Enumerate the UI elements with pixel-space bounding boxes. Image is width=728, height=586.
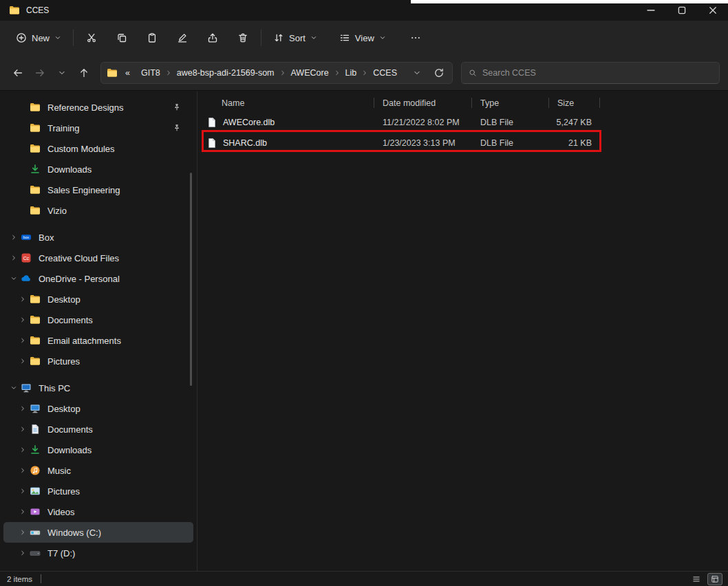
sidebar-item-desktop[interactable]: Desktop [3,398,193,419]
rename-button[interactable] [170,28,195,48]
chevron-right-icon[interactable] [8,234,19,241]
chevron-right-icon[interactable] [17,529,28,536]
copy-icon [116,32,127,43]
sidebar-item-label: Documents [47,424,193,435]
list-view-icon [692,575,700,583]
search-box[interactable] [461,62,720,84]
folder-icon [28,205,42,216]
column-header-name[interactable]: Name [198,94,374,112]
chevron-right-icon[interactable] [17,446,28,453]
sidebar-item-email-attachments[interactable]: Email attachments [3,330,193,351]
sidebar-item-music[interactable]: Music [3,460,193,481]
breadcrumb-chevron-icon[interactable] [334,69,341,76]
chevron-right-icon[interactable] [17,405,28,412]
search-input[interactable] [482,68,712,78]
delete-button[interactable] [231,28,255,48]
sort-button[interactable]: Sort [267,28,323,48]
sidebar-item-t7-d[interactable]: T7 (D:) [3,543,193,563]
chevron-right-icon[interactable] [17,426,28,433]
sidebar-item-label: Custom Modules [47,144,193,154]
breadcrumb-chevron-icon[interactable] [361,69,368,76]
chevron-right-icon[interactable] [17,508,28,515]
view-button[interactable]: View [333,28,392,48]
sort-icon [273,32,284,43]
new-button[interactable]: New [10,28,67,48]
back-button[interactable] [8,63,28,83]
search-icon [469,69,477,77]
chevron-down-icon[interactable] [8,275,19,282]
sidebar-item-training[interactable]: Training [3,118,193,138]
sidebar-item-creative-cloud-files[interactable]: CcCreative Cloud Files [3,248,193,268]
chevron-right-icon[interactable] [17,296,28,303]
breadcrumb-chevron-icon[interactable] [279,69,286,76]
file-row-awecore-dlb[interactable]: AWECore.dlb11/21/2022 8:02 PMDLB File5,2… [198,112,728,133]
recent-locations-button[interactable] [52,63,72,83]
sidebar-item-documents[interactable]: Documents [3,419,193,440]
delete-icon [237,32,248,43]
breadcrumb: GIT8awe8-bsp-adi-21569-somAWECoreLibCCES [138,66,405,80]
sidebar-item-downloads[interactable]: Downloads [3,159,193,180]
file-icon [206,117,217,128]
chevron-right-icon[interactable] [17,467,28,474]
sidebar-item-label: OneDrive - Personal [39,274,193,284]
pin-icon [170,124,184,132]
column-header-type[interactable]: Type [472,94,549,112]
svg-text:box: box [23,235,30,239]
breadcrumb-segment[interactable]: CCES [370,66,400,80]
sidebar-item-downloads[interactable]: Downloads [3,440,193,460]
chevron-right-icon[interactable] [17,358,28,365]
download-icon [28,164,42,175]
sidebar-item-vizio[interactable]: Vizio [3,200,193,221]
sidebar-item-box[interactable]: boxBox [3,227,193,248]
breadcrumb-segment[interactable]: GIT8 [138,66,164,80]
sidebar-item-sales-engineering[interactable]: Sales Engineering [3,180,193,200]
more-options-button[interactable] [403,28,428,48]
chevron-down-icon [413,69,421,77]
chevron-right-icon[interactable] [17,550,28,556]
column-header-size[interactable]: Size [549,94,600,112]
paste-button[interactable] [140,28,164,48]
details-view-toggle[interactable] [707,573,722,585]
address-dropdown-button[interactable] [409,65,425,80]
cut-button[interactable] [79,28,104,48]
sidebar-scrollbar[interactable] [190,173,192,386]
minimize-icon [645,5,656,16]
chevron-right-icon[interactable] [17,488,28,495]
file-row-sharc-dlb[interactable]: SHARC.dlb1/23/2023 3:13 PMDLB File21 KB [198,133,728,153]
list-view-toggle[interactable] [689,573,704,585]
chevron-down-icon [58,69,66,77]
chevron-right-icon[interactable] [17,316,28,323]
breadcrumb-collapse[interactable]: « [122,66,133,80]
breadcrumb-segment[interactable]: Lib [342,66,361,80]
sidebar-item-videos[interactable]: Videos [3,501,193,522]
sidebar-item-pictures[interactable]: Pictures [3,351,193,371]
sidebar-item-this-pc[interactable]: This PC [3,378,193,398]
sidebar-item-label: Videos [47,507,193,517]
copy-button[interactable] [109,28,134,48]
sidebar-item-label: Sales Engineering [47,185,193,195]
sidebar-item-pictures[interactable]: Pictures [3,481,193,501]
sidebar-item-reference-designs[interactable]: Reference Designs [3,97,193,118]
breadcrumb-segment[interactable]: AWECore [288,66,332,80]
sidebar-item-desktop[interactable]: Desktop [3,289,193,310]
breadcrumb-segment[interactable]: awe8-bsp-adi-21569-som [173,66,278,80]
up-button[interactable] [74,63,94,83]
sidebar-item-documents[interactable]: Documents [3,310,193,330]
chevron-right-icon[interactable] [8,254,19,261]
videos-icon [28,506,42,517]
chevron-right-icon[interactable] [17,337,28,344]
chevron-down-icon[interactable] [8,384,19,391]
address-bar[interactable]: « GIT8awe8-bsp-adi-21569-somAWECoreLibCC… [100,62,453,84]
breadcrumb-chevron-icon[interactable] [165,69,172,76]
sidebar-item-label: Box [39,232,193,243]
column-header-date-modified[interactable]: Date modified [374,94,472,112]
share-button[interactable] [200,28,225,48]
window-folder-icon [9,5,20,16]
forward-button[interactable] [30,63,50,83]
sidebar-item-windows-c[interactable]: Windows (C:) [3,522,193,543]
sidebar-item-custom-modules[interactable]: Custom Modules [3,138,193,159]
refresh-button[interactable] [431,65,447,80]
column-headers: Name Date modified Type Size [198,94,728,112]
sidebar-item-onedrive-personal[interactable]: OneDrive - Personal [3,268,193,289]
address-bar-controls [409,65,447,80]
